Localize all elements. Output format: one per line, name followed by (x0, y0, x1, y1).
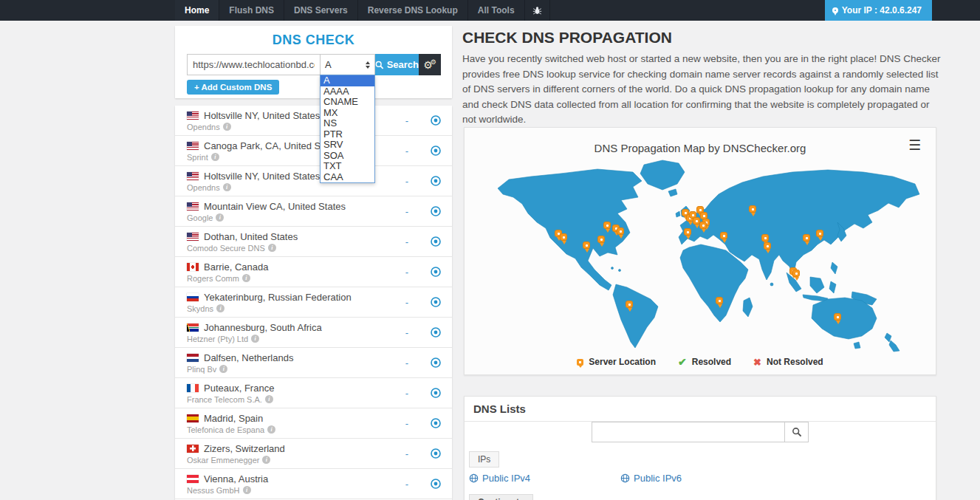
record-option-a[interactable]: A (321, 75, 374, 86)
dns-lists-search-button[interactable] (784, 422, 809, 442)
record-option-srv[interactable]: SRV (321, 140, 374, 151)
server-location-label: Dalfsen, Netherlands (204, 352, 293, 363)
recheck-target-icon[interactable] (430, 387, 442, 399)
tab-continents[interactable]: Continents (469, 494, 533, 500)
record-option-soa[interactable]: SOA (321, 151, 374, 162)
server-provider-label: Skydns (187, 304, 213, 313)
nav-item-flush-dns[interactable]: Flush DNS (219, 0, 284, 21)
bug-icon (532, 6, 542, 16)
server-location-label: Holtsville NY, United States (204, 110, 320, 121)
legend-label: Resolved (692, 357, 731, 367)
search-button[interactable]: Search (375, 54, 419, 75)
server-result: - (390, 206, 424, 217)
your-ip-label: Your IP : 42.0.6.247 (842, 0, 922, 21)
server-info: Vienna, AustriaNessus GmbH (187, 473, 390, 495)
recheck-target-icon[interactable] (430, 357, 442, 369)
flag-icon-us (187, 233, 199, 241)
recheck-target-icon[interactable] (430, 326, 442, 338)
server-location-label: Puteaux, France (204, 383, 274, 394)
record-option-ns[interactable]: NS (321, 118, 374, 129)
dns-lists-links: Public IPv4Public IPv6 (469, 473, 682, 484)
search-icon (375, 61, 384, 69)
server-provider: Skydns (187, 304, 390, 313)
server-provider: Oskar Emmenegger (187, 456, 390, 465)
recheck-target-icon[interactable] (430, 236, 442, 247)
recheck-target-icon[interactable] (430, 296, 442, 308)
recheck-target-icon[interactable] (430, 175, 442, 187)
record-option-aaaa[interactable]: AAAA (321, 86, 374, 97)
info-icon[interactable] (216, 213, 224, 222)
server-result: - (390, 418, 424, 429)
record-option-ptr[interactable]: PTR (321, 129, 374, 140)
nav-item-home[interactable]: Home (175, 0, 219, 21)
flag-icon-za (187, 323, 199, 332)
your-ip-badge[interactable]: Your IP : 42.0.6.247 (825, 0, 932, 21)
info-icon[interactable] (223, 123, 231, 131)
dns-lists-panel: DNS Lists IPs Public IPv4Public IPv6 Con… (464, 396, 936, 500)
info-icon[interactable] (265, 395, 273, 403)
tab-ips[interactable]: IPs (469, 451, 499, 468)
recheck-target-icon[interactable] (430, 266, 442, 278)
info-icon[interactable] (251, 335, 259, 343)
add-custom-dns-button[interactable]: + Add Custom DNS (187, 80, 279, 95)
server-row: Mountain View CA, United StatesGoogle- (175, 196, 452, 227)
info-icon[interactable] (242, 274, 250, 282)
info-icon[interactable] (268, 244, 276, 252)
check-icon: ✔ (678, 356, 687, 368)
info-icon[interactable] (243, 486, 251, 494)
info-icon[interactable] (219, 365, 227, 373)
record-option-caa[interactable]: CAA (321, 172, 374, 183)
search-button-label: Search (387, 59, 419, 70)
server-location-pin (603, 222, 611, 229)
server-row: Madrid, SpainTelefonica de Espana- (175, 408, 452, 439)
record-type-value: A (325, 59, 332, 70)
recheck-target-icon[interactable] (430, 448, 442, 459)
nav-item-reverse-dns-lookup[interactable]: Reverse DNS Lookup (358, 0, 468, 21)
server-info: Barrie, CanadaRogers Comm (187, 261, 390, 283)
server-result: - (390, 327, 424, 338)
record-option-txt[interactable]: TXT (321, 161, 374, 172)
link-public-ipv4[interactable]: Public IPv4 (469, 473, 530, 484)
server-provider: Opendns (187, 183, 390, 192)
bug-icon-button[interactable] (525, 0, 550, 21)
record-option-mx[interactable]: MX (321, 108, 374, 119)
info-icon[interactable] (267, 425, 275, 434)
server-provider: Comodo Secure DNS (187, 244, 390, 253)
nav-item-dns-servers[interactable]: DNS Servers (284, 0, 358, 21)
recheck-target-icon[interactable] (430, 114, 442, 126)
nav-item-all-tools[interactable]: All Tools (468, 0, 525, 21)
options-gear-button[interactable]: ⚙⚙ (419, 54, 441, 75)
record-type-select[interactable]: A (320, 54, 375, 75)
info-icon[interactable] (211, 153, 219, 161)
recheck-target-icon[interactable] (430, 145, 442, 157)
server-info: Zizers, SwitzerlandOskar Emmenegger (187, 443, 390, 465)
info-icon[interactable] (216, 304, 225, 312)
link-public-ipv6[interactable]: Public IPv6 (620, 473, 682, 484)
dns-check-panel: DNS CHECK A Search ⚙⚙ + Add Custom DNS (175, 26, 452, 98)
map-legend: Server Location✔Resolved✖Not Resolved (465, 356, 936, 368)
server-row: Canoga Park, CA, United StatesSprint- (175, 136, 452, 166)
server-info: Puteaux, FranceFrance Telecom S.A. (187, 383, 390, 404)
server-provider: France Telecom S.A. (187, 395, 390, 404)
server-location-pin (583, 242, 590, 249)
location-pin-icon (832, 7, 838, 13)
server-location: Mountain View CA, United States (187, 201, 390, 212)
server-row: Dothan, United StatesComodo Secure DNS- (175, 227, 452, 257)
intro-paragraph: Have you recently switched web host or s… (462, 52, 944, 128)
dns-lists-search-input[interactable] (592, 422, 785, 442)
recheck-target-icon[interactable] (430, 205, 442, 217)
recheck-target-icon[interactable] (430, 417, 442, 429)
server-info: Yekaterinburg, Russian FederationSkydns (187, 292, 390, 313)
server-result: - (390, 448, 424, 459)
server-info: Dothan, United StatesComodo Secure DNS (187, 231, 390, 253)
domain-input[interactable] (187, 54, 320, 75)
recheck-target-icon[interactable] (430, 478, 442, 490)
record-option-cname[interactable]: CNAME (321, 97, 374, 108)
flag-icon-us (187, 112, 199, 120)
server-provider: Google (187, 213, 390, 222)
server-row: Puteaux, FranceFrance Telecom S.A.- (175, 378, 452, 408)
world-map (465, 128, 937, 376)
info-icon[interactable] (262, 456, 270, 464)
map-pin-icon (577, 359, 583, 366)
info-icon[interactable] (223, 183, 231, 191)
